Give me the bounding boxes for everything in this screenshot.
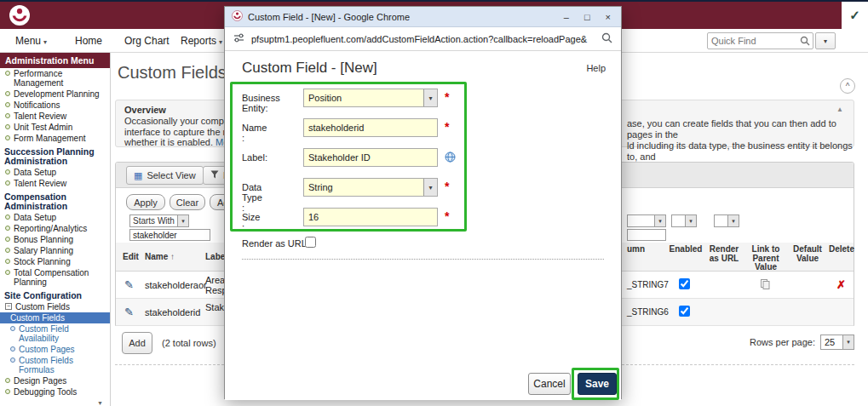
nav-menu[interactable]: Menu▾ <box>15 35 47 47</box>
zoom-icon[interactable] <box>601 31 612 47</box>
sidebar-item-performance-management[interactable]: Performance Management <box>0 68 110 89</box>
sidebar-item-custom-fields[interactable]: −Custom Fields <box>0 301 110 312</box>
required-asterisk: * <box>445 209 449 223</box>
apply-label: Apply <box>134 197 158 208</box>
enabled-checkbox[interactable] <box>679 278 690 289</box>
column-header-delete: Delete <box>828 245 855 254</box>
nav-menu-label: Menu <box>15 35 41 47</box>
field-label: Label: <box>242 152 267 163</box>
site-settings-icon[interactable] <box>233 31 244 47</box>
sidebar-item-total-compensation-planning[interactable]: Total Compensation Planning <box>0 267 110 288</box>
enabled-filter-select[interactable]: ▾ <box>671 214 697 227</box>
edit-pencil-icon[interactable]: ✎ <box>124 278 134 291</box>
sidebar-item-salary-planning[interactable]: Salary Planning <box>0 245 110 256</box>
sidebar-item-custom-fields[interactable]: Custom Fields <box>0 312 110 323</box>
search-icon[interactable] <box>797 36 813 46</box>
sidebar-item-label: Data Setup <box>14 168 56 177</box>
help-link[interactable]: Help <box>586 63 606 73</box>
bullet-icon <box>5 113 10 118</box>
panel-collapse-button[interactable]: ^ <box>840 78 855 94</box>
bullet-icon <box>5 248 10 253</box>
quick-find-dropdown-button[interactable]: ▾ <box>815 32 836 49</box>
scroll-down-icon[interactable]: ▼ <box>97 400 103 406</box>
name-filter-operator-select[interactable]: Starts With ▾ <box>129 214 189 227</box>
nav-org-chart[interactable]: Org Chart <box>124 35 170 47</box>
name-header-label: Name <box>145 252 168 261</box>
nav-reports[interactable]: Reports▾ <box>181 35 222 47</box>
window-titlebar[interactable]: Custom Field - [New] - Google Chrome – □… <box>225 7 621 27</box>
close-button[interactable]: × <box>606 12 611 22</box>
name-filter-input[interactable] <box>129 229 210 241</box>
nav-home[interactable]: Home <box>75 35 102 47</box>
sidebar-item-custom-field-availability[interactable]: Custom Field Availability <box>0 323 110 344</box>
delete-icon[interactable]: ✗ <box>836 278 846 291</box>
sidebar-item-unit-test-admin[interactable]: Unit Test Admin <box>0 122 110 133</box>
bullet-icon <box>10 346 15 352</box>
maximize-button[interactable]: □ <box>584 12 590 22</box>
sidebar-item-data-setup[interactable]: Data Setup <box>0 167 110 178</box>
sidebar-item-label: Total Compensation Planning <box>14 268 108 287</box>
globe-icon[interactable] <box>445 152 456 164</box>
column-header-name[interactable]: Name ↑ <box>145 252 175 261</box>
overview-title: Overview <box>124 105 166 115</box>
sidebar-item-data-setup[interactable]: Data Setup <box>0 212 110 223</box>
minimize-button[interactable]: – <box>564 12 569 22</box>
bullet-icon <box>5 237 10 242</box>
column-header-render-as-url: Render as URL <box>704 245 744 263</box>
sidebar-item-development-planning[interactable]: Development Planning <box>0 89 110 100</box>
column-filter-select[interactable]: ▾ <box>627 214 666 227</box>
sidebar-item-design-pages[interactable]: Design Pages <box>0 375 110 386</box>
overview-text-right: ase, you can create fields that you can … <box>627 118 854 163</box>
overview-line: ld including its data type, the business… <box>627 140 854 163</box>
cancel-button[interactable]: Cancel <box>528 373 571 395</box>
overview-line: ase, you can create fields that you can … <box>627 118 854 140</box>
apply-button[interactable]: Apply <box>126 194 165 210</box>
row-column: _STRING6 <box>627 307 669 317</box>
overview-collapse-icon[interactable]: ▲ <box>836 106 843 113</box>
confirm-check[interactable]: ✓ <box>842 2 868 29</box>
quick-find <box>707 32 813 49</box>
label-input[interactable] <box>303 148 438 167</box>
sidebar-item-label: Custom Fields <box>15 302 70 312</box>
sidebar-item-form-management[interactable]: Form Management <box>0 133 110 144</box>
sidebar-item-label: Custom Field Availability <box>19 324 108 343</box>
sidebar-item-notifications[interactable]: Notifications <box>0 100 110 111</box>
business-entity-select[interactable]: Position ▾ <box>303 89 438 107</box>
name-input[interactable] <box>303 118 438 137</box>
render-as-url-filter-select[interactable]: ▾ <box>714 214 739 227</box>
select-view-button[interactable]: ▦ Select View <box>126 166 204 185</box>
quick-find-input[interactable] <box>708 34 797 48</box>
nav-reports-label: Reports <box>181 35 216 47</box>
column-header-default-value: Default Value <box>787 245 828 263</box>
sidebar-item-debugging-tools[interactable]: Debugging Tools <box>0 386 110 397</box>
sidebar-item-label: Bonus Planning <box>14 235 73 244</box>
sidebar-item-talent-review[interactable]: Talent Review <box>0 178 110 189</box>
save-button[interactable]: Save <box>578 373 617 395</box>
bullet-icon <box>5 71 10 76</box>
link-to-parent-value-icon[interactable] <box>761 279 770 291</box>
data-type-select[interactable]: String ▾ <box>303 178 438 197</box>
sidebar-item-label: Form Management <box>14 134 85 143</box>
sidebar-item-label: Custom Fields Formulas <box>19 356 108 375</box>
required-asterisk: * <box>445 180 449 193</box>
sidebar-item-custom-fields-formulas[interactable]: Custom Fields Formulas <box>0 355 110 375</box>
tree-collapse-icon[interactable]: − <box>5 303 12 310</box>
sidebar-item-custom-pages[interactable]: Custom Pages <box>0 344 110 355</box>
save-label: Save <box>585 378 609 390</box>
add-button[interactable]: Add <box>122 332 152 354</box>
address-bar[interactable]: pfsuptm1.peoplefluent.com/addCustomField… <box>225 27 621 51</box>
sidebar-item-bonus-planning[interactable]: Bonus Planning <box>0 234 110 245</box>
dialog-heading: Custom Field - [New] <box>242 60 377 77</box>
column-header-link-to-parent-value: Link to Parent Value <box>744 245 787 272</box>
sidebar-section-header: Site Configuration <box>0 288 110 301</box>
rows-per-page-select[interactable]: 25 ▾ <box>820 335 854 350</box>
enabled-checkbox[interactable] <box>679 306 690 317</box>
sidebar-item-stock-planning[interactable]: Stock Planning <box>0 256 110 267</box>
clear-button[interactable]: Clear <box>170 194 205 210</box>
size-input[interactable] <box>303 208 438 226</box>
sidebar-item-reporting-analytics[interactable]: Reporting/Analytics <box>0 223 110 234</box>
sidebar-item-talent-review[interactable]: Talent Review <box>0 111 110 122</box>
edit-pencil-icon[interactable]: ✎ <box>124 306 134 318</box>
column-filter-input[interactable] <box>627 229 666 241</box>
render-as-url-checkbox[interactable] <box>305 237 316 248</box>
